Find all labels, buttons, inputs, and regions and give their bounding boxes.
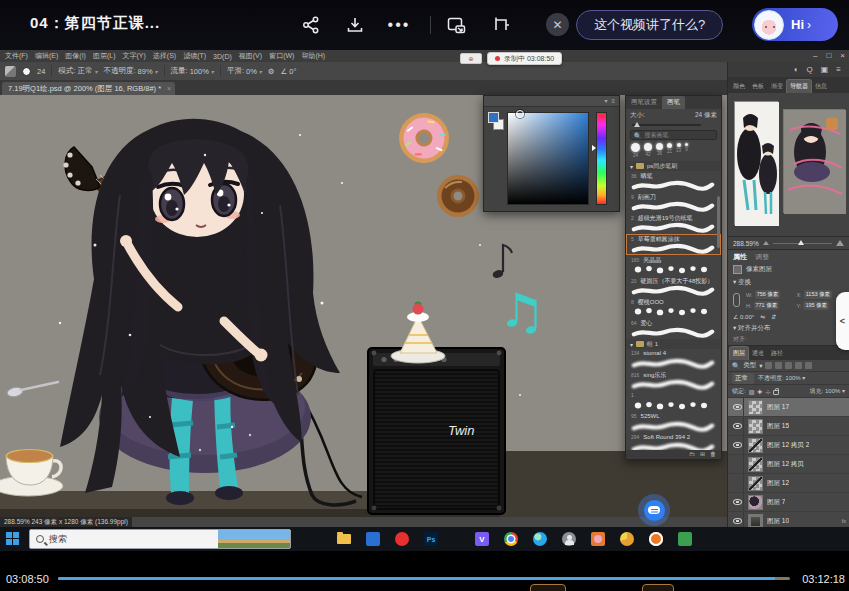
layer-thumbnail[interactable] [748,514,763,528]
layer-row[interactable]: 图层 12 拷贝 2 [728,436,849,455]
brush-item[interactable]: 95525WL [626,412,721,433]
lock-transparent-icon[interactable]: ▨ [749,388,755,395]
document-tab[interactable]: 7.19明Q1绘.psd @ 200% (图层 16, RGB/8#) *× [2,82,175,95]
visibility-toggle[interactable] [731,455,744,473]
panel-menu-icon[interactable]: ≡ [836,65,841,75]
layer-thumbnail[interactable] [748,457,763,472]
tab-adjustments[interactable]: 调整 [755,252,769,262]
layer-thumbnail[interactable] [748,419,763,434]
close-window-icon[interactable]: × [840,51,845,61]
brush-item-selected[interactable]: 5草莓蛋糕酱涂抹 [626,234,721,255]
tab-paths[interactable]: 路径 [768,347,786,360]
brush-preview-icon[interactable] [22,67,31,76]
search-icon[interactable]: Q [807,65,813,75]
start-button[interactable] [6,532,20,546]
visibility-toggle[interactable] [731,512,744,527]
new-brush-icon[interactable]: ⊞ [700,451,705,458]
visibility-toggle[interactable] [731,398,744,416]
tab-brush-settings[interactable]: 画笔设置 [626,96,662,109]
filter-pixel-icon[interactable] [765,362,772,369]
filter-type-icon[interactable] [785,362,792,369]
layer-thumbnail[interactable] [748,495,763,510]
brush-item[interactable]: 2超级光滑19号仿纸笔 [626,213,721,234]
lock-paint-icon[interactable]: ✚ [757,388,762,395]
qq-icon[interactable] [394,531,410,547]
timeline-marker[interactable] [642,584,674,591]
taskbar-search-input[interactable]: 搜索 [29,529,291,549]
scrollbar[interactable] [717,196,720,248]
app-orange-circle-icon[interactable] [619,531,635,547]
timeline-marker[interactable] [530,584,566,591]
lock-all-icon[interactable] [773,390,779,395]
tab-info[interactable]: 信息 [812,80,830,93]
minimize-icon[interactable]: – [813,51,817,61]
delete-icon[interactable]: 🗑 [710,451,716,458]
mode-select[interactable]: 模式: 正常▾ [58,66,97,76]
blend-mode-select[interactable]: 正常 [732,373,754,384]
brush-item[interactable]: 36晒笔 [626,171,721,192]
account-icon[interactable] [561,531,577,547]
share-icon[interactable] [298,12,324,38]
menu-item[interactable]: 编辑(E) [35,51,58,61]
zoom-slider[interactable] [773,243,832,244]
brush-search-input[interactable]: 🔍 搜索画笔 [630,130,717,140]
ai-question-button[interactable]: 这个视频讲了什么? [576,10,723,40]
tab-close-icon[interactable]: × [167,82,171,95]
edge-icon[interactable] [532,531,548,547]
transform-section-header[interactable]: ▾ 变换 [733,278,844,287]
flip-horizontal-icon[interactable]: ⇋ [760,313,765,320]
layer-fx-badge[interactable]: fx [842,518,846,524]
filter-smart-icon[interactable] [805,362,812,369]
tab-properties[interactable]: 属性 [733,252,747,262]
layer-row[interactable]: 图层 15 [728,417,849,436]
panel-menu-icon[interactable]: ≡ [611,98,615,104]
brush-item[interactable]: 1 [626,391,721,412]
hue-marker[interactable] [592,145,596,151]
brush-tip-presets[interactable]: 24 42 36 21 13 9 [626,141,721,161]
width-field[interactable]: W:756 像素 [746,290,794,299]
file-explorer-icon[interactable] [336,531,352,547]
layer-thumbnail[interactable] [748,400,763,415]
filter-type-select[interactable]: 类型 [743,361,756,370]
brush-item[interactable]: 180亮晶晶 [626,255,721,276]
menu-item[interactable]: 视图(V) [239,51,262,61]
flip-vertical-icon[interactable]: ⇵ [771,313,776,320]
height-field[interactable]: H:771 像素 [746,301,794,310]
more-options-icon[interactable]: ••• [386,12,412,38]
miniplayer-icon[interactable] [443,12,469,38]
tab-swatches[interactable]: 色板 [749,80,767,93]
rotate-angle-field[interactable]: ∠ 0.00° [733,313,754,320]
pip-icon[interactable] [489,12,515,38]
color-swatches[interactable] [488,112,504,134]
tab-navigator[interactable]: 导航器 [787,80,811,93]
info-icon[interactable]: ◐ [794,65,799,75]
chrome-icon[interactable] [503,531,519,547]
player-timeline[interactable]: 03:08:50 03:12:18 [0,570,849,591]
menu-item[interactable]: 文字(Y) [122,51,145,61]
smoothing-select[interactable]: 平滑: 0%▾ [227,66,262,76]
visibility-toggle[interactable] [731,417,744,435]
tab-brushes[interactable]: 画笔 [662,96,685,109]
navigator-proxy-thumbnail[interactable] [783,109,845,213]
zoom-value[interactable]: 288.59% [733,240,759,247]
visibility-toggle[interactable] [731,474,744,492]
side-panel-handle[interactable]: < [836,292,849,350]
tab-gradients[interactable]: 渐变 [768,80,786,93]
visibility-toggle[interactable] [731,436,744,454]
menu-item[interactable]: 图像(I) [65,51,86,61]
brush-item[interactable]: 64爱心 [626,318,721,339]
align-section-header[interactable]: ▾ 对齐并分布 [733,324,844,333]
seek-bar[interactable] [58,577,790,580]
close-icon[interactable]: ✕ [546,13,569,36]
new-folder-icon[interactable]: 🗀 [689,451,695,458]
layer-row[interactable]: 图层 12 [728,474,849,493]
layer-row[interactable]: 图层 12 拷贝 [728,455,849,474]
chat-bubble-button[interactable] [638,494,670,526]
zoom-in-icon[interactable] [836,240,844,246]
ai-assistant-button[interactable]: Hi › [752,8,838,41]
brush-group[interactable]: ▾ps同步笔刷 [626,161,721,171]
brush-item[interactable]: 134stomal 4 [626,349,721,370]
app-orange-icon[interactable] [590,531,606,547]
opacity-select[interactable]: 不透明度: 89%▾ [103,66,157,76]
brush-size-slider[interactable] [626,121,721,129]
